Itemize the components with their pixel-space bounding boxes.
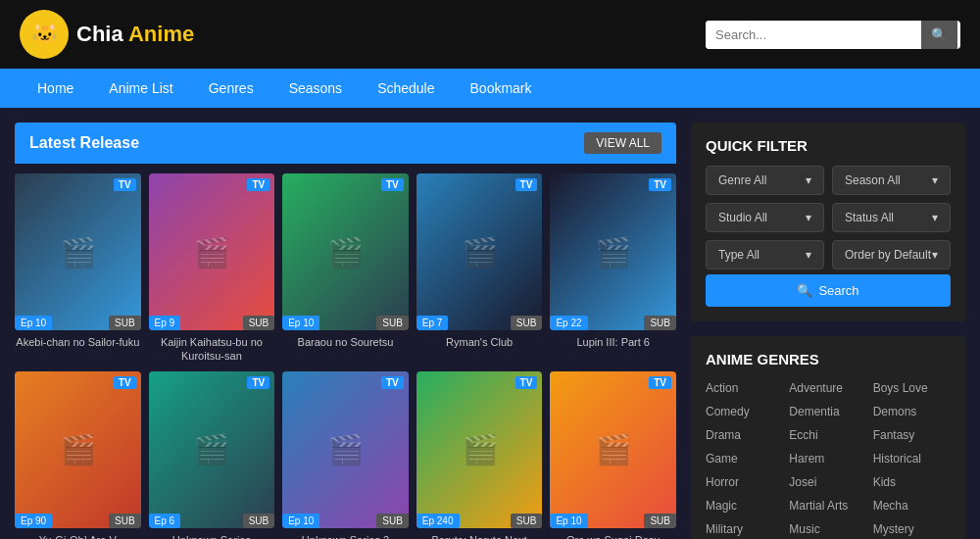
studio-filter-button[interactable]: Studio All▾ (706, 203, 824, 232)
nav-schedule[interactable]: Schedule (360, 69, 452, 108)
sub-badge: SUB (376, 514, 409, 528)
anime-card[interactable]: 🎬 TV Ep 6 SUB Unknown Series (149, 371, 275, 539)
genre-link[interactable]: Comedy (706, 403, 783, 420)
anime-card[interactable]: 🎬 TV Ep 9 SUB Kaijin Kaihatsu-bu no Kuro… (149, 173, 275, 364)
ep-badge: Ep 10 (15, 316, 52, 330)
genre-link[interactable]: Magic (706, 497, 783, 514)
anime-card[interactable]: 🎬 TV Ep 90 SUB Yu-Gi-Oh! Arc-V (15, 371, 141, 539)
view-all-button[interactable]: VIEW ALL (584, 132, 662, 154)
tv-badge: TV (247, 376, 270, 389)
genre-link[interactable]: Boys Love (873, 379, 951, 397)
anime-thumbnail: 🎬 TV Ep 7 SUB (416, 173, 543, 330)
genre-link[interactable]: Mecha (873, 497, 951, 514)
search-submit-button[interactable]: 🔍 (921, 21, 957, 49)
anime-title: Unknown Series 2 (282, 533, 409, 539)
ep-badge: Ep 9 (149, 316, 181, 330)
genre-link[interactable]: Music (789, 520, 866, 538)
genre-link[interactable]: Fantasy (873, 426, 951, 444)
nav-bookmark[interactable]: Bookmark (453, 69, 550, 108)
filter-label: Status All (845, 211, 894, 224)
nav-anime-list[interactable]: Anime List (91, 69, 190, 108)
anime-thumbnail: 🎬 TV Ep 10 SUB (15, 173, 141, 330)
latest-release-header: Latest Release VIEW ALL (15, 122, 676, 164)
anime-card[interactable]: 🎬 TV Ep 22 SUB Lupin III: Part 6 (550, 173, 676, 364)
thumb-img: 🎬 (15, 371, 141, 528)
filter-grid: Genre All▾Season All▾Studio All▾Status A… (706, 166, 951, 270)
ep-info: Ep 240 SUB (416, 514, 543, 528)
nav-seasons[interactable]: Seasons (271, 69, 360, 108)
season-filter-button[interactable]: Season All▾ (832, 166, 951, 195)
search-bar: 🔍 (706, 21, 960, 49)
main-nav: Home Anime List Genres Seasons Schedule … (0, 69, 980, 108)
genre-link[interactable]: Kids (873, 473, 951, 491)
filter-label: Genre All (718, 173, 766, 187)
tv-badge: TV (515, 376, 538, 389)
nav-genres[interactable]: Genres (191, 69, 271, 108)
genre-link[interactable]: Harem (789, 450, 866, 467)
sub-badge: SUB (644, 316, 676, 330)
anime-thumbnail: 🎬 TV Ep 9 SUB (149, 173, 275, 330)
anime-card[interactable]: 🎬 TV Ep 240 SUB Boruto: Naruto Next Gene… (416, 371, 543, 539)
ep-info: Ep 6 SUB (149, 514, 275, 528)
filter-search-button[interactable]: 🔍 Search (706, 274, 951, 307)
genre-link[interactable]: Drama (706, 426, 783, 444)
ep-info: Ep 10 SUB (550, 514, 676, 528)
tv-badge: TV (114, 376, 136, 389)
quick-filter-panel: QUICK FILTER Genre All▾Season All▾Studio… (691, 122, 965, 321)
ep-badge: Ep 90 (15, 514, 52, 528)
genre-link[interactable]: Ecchi (789, 426, 866, 444)
logo-area: 🐱 Chia Anime (20, 10, 194, 59)
anime-genres-panel: ANIME GENRES ActionAdventureBoys LoveCom… (691, 336, 965, 539)
status-filter-button[interactable]: Status All▾ (832, 203, 951, 232)
tv-badge: TV (247, 178, 270, 191)
genre-link[interactable]: Game (706, 450, 783, 467)
anime-title: Kaijin Kaihatsu-bu no Kuroitsu-san (149, 335, 275, 364)
genre-link[interactable]: Martial Arts (789, 497, 866, 514)
tv-badge: TV (515, 178, 538, 191)
anime-card[interactable]: 🎬 TV Ep 10 SUB Ore wa Sugoi Desu (550, 371, 676, 539)
anime-thumbnail: 🎬 TV Ep 10 SUB (282, 173, 409, 330)
sub-badge: SUB (376, 316, 409, 330)
genre-link[interactable]: Historical (873, 450, 951, 467)
anime-title: Akebi-chan no Sailor-fuku (15, 335, 141, 363)
search-icon: 🔍 (797, 283, 812, 298)
ep-badge: Ep 7 (416, 316, 449, 330)
anime-card[interactable]: 🎬 TV Ep 10 SUB Unknown Series 2 (282, 371, 409, 539)
anime-card[interactable]: 🎬 TV Ep 10 SUB Akebi-chan no Sailor-fuku (15, 173, 141, 364)
header: 🐱 Chia Anime 🔍 (0, 0, 980, 69)
ep-info: Ep 10 SUB (282, 514, 409, 528)
anime-card[interactable]: 🎬 TV Ep 10 SUB Baraou no Souretsu (282, 173, 409, 364)
genre-link[interactable]: Military (706, 520, 783, 538)
order-filter-button[interactable]: Order by Default▾ (832, 240, 951, 270)
genre-link[interactable]: Horror (706, 473, 783, 491)
anime-genres-title: ANIME GENRES (706, 351, 951, 368)
type-filter-button[interactable]: Type All▾ (706, 240, 824, 270)
ep-info: Ep 9 SUB (149, 316, 275, 330)
chevron-down-icon: ▾ (932, 248, 938, 262)
filter-label: Season All (845, 173, 901, 187)
genre-link[interactable]: Mystery (873, 520, 951, 538)
genre-link[interactable]: Action (706, 379, 783, 397)
genre-filter-button[interactable]: Genre All▾ (706, 166, 824, 195)
anime-thumbnail: 🎬 TV Ep 240 SUB (416, 371, 543, 528)
anime-thumbnail: 🎬 TV Ep 6 SUB (149, 371, 275, 528)
sub-badge: SUB (644, 514, 676, 528)
genre-link[interactable]: Dementia (789, 403, 866, 420)
anime-thumbnail: 🎬 TV Ep 22 SUB (550, 173, 676, 330)
logo-icon: 🐱 (20, 10, 69, 59)
anime-card[interactable]: 🎬 TV Ep 7 SUB Ryman's Club (416, 173, 543, 364)
genre-link[interactable]: Demons (873, 403, 951, 420)
tv-badge: TV (114, 178, 136, 191)
main-layout: Latest Release VIEW ALL 🎬 TV Ep 10 SUB A… (0, 108, 980, 539)
ep-badge: Ep 6 (149, 514, 181, 528)
genre-link[interactable]: Josei (789, 473, 866, 491)
genre-link[interactable]: Adventure (789, 379, 866, 397)
nav-home[interactable]: Home (20, 69, 91, 108)
anime-title: Baraou no Souretsu (282, 335, 409, 363)
thumb-img: 🎬 (282, 371, 409, 528)
chevron-down-icon: ▾ (932, 173, 938, 187)
tv-badge: TV (649, 178, 671, 191)
ep-badge: Ep 10 (282, 514, 319, 528)
sub-badge: SUB (511, 316, 543, 330)
search-input[interactable] (706, 21, 921, 49)
